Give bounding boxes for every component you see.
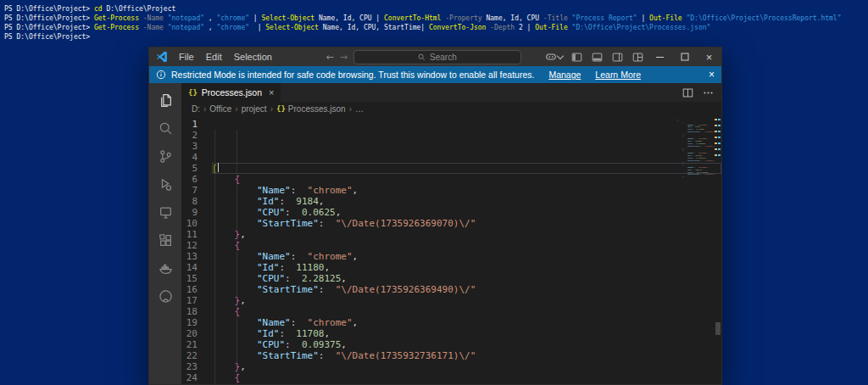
learn-more-link[interactable]: Learn More xyxy=(595,70,641,80)
code-line[interactable]: }, xyxy=(212,295,721,306)
line-number: 19 xyxy=(181,317,198,328)
line-number: 25 xyxy=(181,383,198,384)
code-line[interactable]: "Name": "chrome", xyxy=(212,317,721,328)
line-number: 17 xyxy=(181,295,198,306)
code-line[interactable]: "Name": "chrome", xyxy=(212,383,721,384)
line-number: 13 xyxy=(181,251,198,262)
extensions-icon[interactable] xyxy=(149,226,181,254)
code-line[interactable]: "Id": 11180, xyxy=(212,262,721,273)
source-control-icon[interactable] xyxy=(149,142,181,170)
breadcrumb-item-project[interactable]: project xyxy=(242,104,267,114)
manage-link[interactable]: Manage xyxy=(548,70,581,80)
line-number: 8 xyxy=(181,196,198,207)
breadcrumb: D:›Office›project›{}Processes.json›… xyxy=(181,102,721,115)
code-line[interactable]: "StartTime": "\/Date(1735926369070)\/" xyxy=(212,218,721,229)
ruler-mark xyxy=(715,148,717,150)
minimap[interactable]: [ { "Name": "chrome", "Id": 9184, "CPU":… xyxy=(677,115,715,384)
code-area[interactable]: [ { "Name": "chrome", "Id": 9184, "CPU":… xyxy=(212,115,721,384)
ruler-mark xyxy=(715,154,717,156)
activity-bar xyxy=(149,83,181,384)
ruler-mark xyxy=(718,125,721,126)
breadcrumb-item-office[interactable]: Office xyxy=(209,104,231,114)
line-number: 12 xyxy=(181,240,198,251)
menu-file[interactable]: File xyxy=(173,52,200,62)
breadcrumb-item--[interactable]: … xyxy=(355,104,364,114)
code-line[interactable]: "Name": "chrome", xyxy=(212,185,721,196)
line-number: 10 xyxy=(181,218,198,229)
github-icon[interactable] xyxy=(149,282,181,310)
code-line[interactable]: [ xyxy=(212,163,721,174)
split-editor-icon[interactable] xyxy=(682,87,693,98)
restricted-mode-banner: Restricted Mode is intended for safe cod… xyxy=(149,66,721,83)
menu-edit[interactable]: Edit xyxy=(200,52,228,62)
explorer-icon[interactable] xyxy=(149,86,181,114)
ruler-mark xyxy=(718,154,721,156)
code-line[interactable]: { xyxy=(212,240,721,251)
line-number: 18 xyxy=(181,306,198,317)
nav-forward-icon[interactable]: → xyxy=(340,53,348,62)
line-number: 23 xyxy=(181,361,198,372)
ruler-mark xyxy=(715,125,717,126)
code-line[interactable]: "CPU": 0.09375, xyxy=(212,339,721,350)
more-actions-icon[interactable] xyxy=(703,87,714,98)
line-number: 6 xyxy=(181,174,198,185)
tab-actions xyxy=(675,83,721,102)
code-line[interactable]: { xyxy=(212,372,721,383)
toggle-secondary-sidebar-icon[interactable] xyxy=(607,47,627,66)
code-line[interactable]: "StartTime": "\/Date(1735926369490)\/" xyxy=(212,284,721,295)
ruler-mark xyxy=(718,137,721,138)
menu-bar: FileEditSelection xyxy=(173,52,278,62)
code-line[interactable]: "Id": 9184, xyxy=(212,196,721,207)
search-icon xyxy=(418,53,426,61)
breadcrumb-item-processes-json[interactable]: {}Processes.json xyxy=(276,104,346,114)
toggle-sidebar-icon[interactable] xyxy=(566,47,587,66)
tab-bar: {} Processes.json × xyxy=(181,83,721,102)
code-line[interactable]: "CPU": 0.0625, xyxy=(212,207,721,218)
nav-back-icon[interactable]: ← xyxy=(326,53,333,62)
code-line[interactable]: { xyxy=(212,174,721,185)
code-line[interactable]: "CPU": 2.28125, xyxy=(212,273,721,284)
search-icon[interactable] xyxy=(149,114,181,142)
banner-close-icon[interactable]: × xyxy=(709,69,715,81)
code-line[interactable]: "Name": "chrome", xyxy=(212,251,721,262)
code-line[interactable]: }, xyxy=(212,361,721,372)
code-line[interactable]: }, xyxy=(212,229,721,240)
docker-icon[interactable] xyxy=(149,254,181,282)
code-line[interactable]: "StartTime": "\/Date(1735932736171)\/" xyxy=(212,350,721,361)
title-bar: FileEditSelection ← → Search xyxy=(149,47,721,66)
indent-guide xyxy=(236,130,237,384)
run-and-debug-icon[interactable] xyxy=(149,170,181,198)
ruler-mark xyxy=(718,142,721,144)
ruler-mark xyxy=(715,131,717,132)
minimize-button[interactable] xyxy=(648,47,672,66)
title-center: ← → Search xyxy=(326,50,520,64)
title-bar-actions: × xyxy=(541,47,721,66)
line-number: 15 xyxy=(181,273,198,284)
scrollbar[interactable] xyxy=(715,115,721,384)
indent-guide xyxy=(214,130,215,384)
customize-layout-icon[interactable] xyxy=(627,47,648,66)
close-button[interactable]: × xyxy=(697,47,721,66)
tab-close-icon[interactable]: × xyxy=(269,87,274,98)
ruler-mark xyxy=(715,137,717,138)
search-input[interactable]: Search xyxy=(353,50,521,64)
terminal-output[interactable]: PS D:\Office\Project> cd D:\Office\Proje… xyxy=(4,4,868,42)
breadcrumb-separator: › xyxy=(349,104,352,114)
code-line[interactable]: "Id": 11708, xyxy=(212,328,721,339)
code-line[interactable]: { xyxy=(212,306,721,317)
tab-processes-json[interactable]: {} Processes.json × xyxy=(181,83,281,102)
maximize-button[interactable] xyxy=(672,47,697,66)
editor[interactable]: 1234567891011121314151617181920212223242… xyxy=(181,115,721,384)
toggle-panel-icon[interactable] xyxy=(587,47,607,66)
line-number: 5 xyxy=(181,163,198,174)
breadcrumb-separator: › xyxy=(270,104,273,114)
ruler-mark xyxy=(718,131,721,132)
remote-explorer-icon[interactable] xyxy=(149,198,181,226)
scrollbar-thumb[interactable] xyxy=(715,322,721,335)
breadcrumb-item-d-[interactable]: D: xyxy=(192,104,200,114)
overview-ruler xyxy=(715,115,721,384)
vscode-logo-icon xyxy=(156,51,168,63)
menu-selection[interactable]: Selection xyxy=(228,52,278,62)
info-icon xyxy=(156,70,166,80)
line-number: 4 xyxy=(181,152,198,163)
